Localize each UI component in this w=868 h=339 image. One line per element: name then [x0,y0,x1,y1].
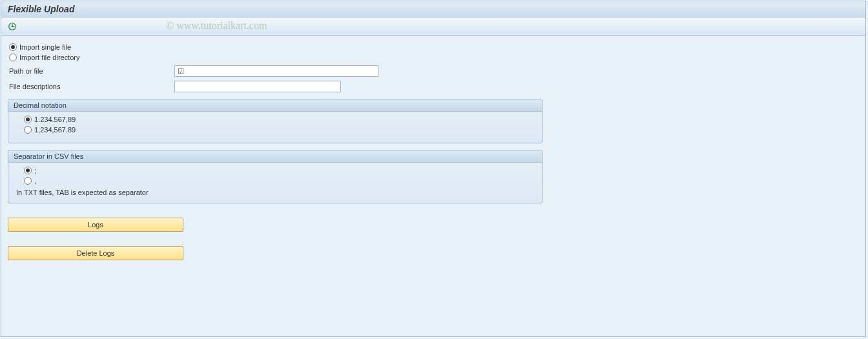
input-path-or-file[interactable]: ☑ [174,65,378,77]
row-path: Path or file ☑ [8,65,859,77]
radio-label: 1,234,567.89 [34,126,76,134]
group-decimal-notation: Decimal notation 1.234.567,89 1,234,567.… [8,99,542,143]
radio-label: , [34,177,36,185]
radio-icon [24,126,32,134]
radio-import-directory[interactable]: Import file directory [8,54,859,61]
radio-label: Import single file [19,43,71,51]
radio-icon [24,177,32,185]
delete-logs-button[interactable]: Delete Logs [8,246,183,260]
radio-icon [24,167,32,174]
radio-separator-semicolon[interactable]: ; [23,167,534,174]
toolbar: © www.tutorialkart.com [1,17,865,36]
title-bar: Flexible Upload [1,1,865,17]
radio-decimal-us[interactable]: 1,234,567.89 [23,126,534,134]
button-label: Logs [88,221,103,229]
radio-label: Import file directory [19,54,80,61]
radio-import-single-file[interactable]: Import single file [8,43,859,51]
radio-icon [24,116,32,123]
input-file-descriptions[interactable] [174,81,341,92]
group-separator: Separator in CSV files ; , In TXT files,… [8,150,542,203]
execute-icon[interactable] [8,22,17,31]
radio-icon [9,43,17,51]
app-window: Flexible Upload © www.tutorialkart.com I… [1,1,866,337]
group-body: 1.234.567,89 1,234,567.89 [8,112,542,143]
group-title: Decimal notation [8,99,542,112]
content-area: Import single file Import file directory… [1,36,865,267]
radio-decimal-european[interactable]: 1.234.567,89 [23,116,534,123]
button-label: Delete Logs [77,249,115,257]
row-file-descriptions: File descriptions [8,81,859,92]
group-title: Separator in CSV files [8,150,542,163]
logs-button[interactable]: Logs [8,218,183,232]
radio-icon [9,54,17,61]
button-area: Logs Delete Logs [8,203,859,260]
radio-separator-comma[interactable]: , [23,177,534,185]
label-file-descriptions: File descriptions [8,83,174,90]
radio-label: ; [34,167,36,174]
label-path: Path or file [8,67,174,75]
radio-label: 1.234.567,89 [34,116,76,123]
watermark-text: © www.tutorialkart.com [166,20,267,32]
checkbox-icon: ☑ [178,68,184,75]
separator-note: In TXT files, TAB is expected as separat… [16,189,534,196]
group-body: ; , In TXT files, TAB is expected as sep… [8,163,542,203]
page-title: Flexible Upload [8,4,74,14]
